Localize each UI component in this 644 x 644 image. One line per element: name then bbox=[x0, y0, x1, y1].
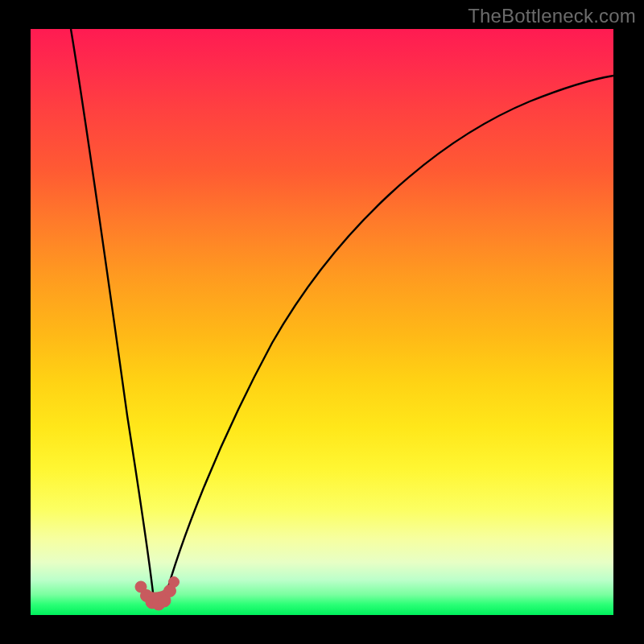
outer-frame: TheBottleneck.com bbox=[0, 0, 644, 644]
bottom-marker-cluster bbox=[135, 577, 180, 611]
right-branch-path bbox=[163, 76, 613, 604]
plot-area bbox=[31, 29, 613, 615]
watermark-text: TheBottleneck.com bbox=[468, 5, 636, 27]
curve-svg bbox=[31, 29, 613, 615]
left-branch-path bbox=[71, 29, 155, 604]
